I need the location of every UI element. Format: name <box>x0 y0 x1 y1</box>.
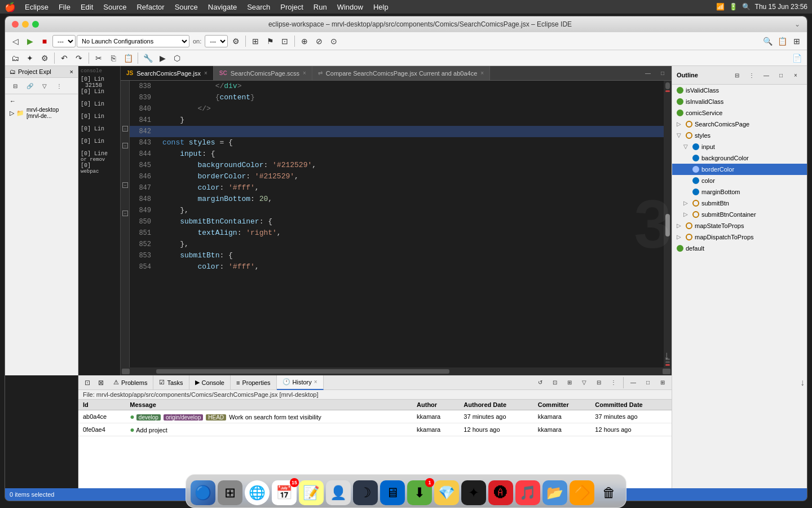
history-columns-btn[interactable]: ⊟ <box>592 376 606 389</box>
settings-button[interactable]: ⚙ <box>229 34 242 48</box>
fold-marker-1[interactable]: − <box>122 126 128 132</box>
scrollbar-right[interactable] <box>663 369 670 374</box>
outline-minimize-btn[interactable]: — <box>760 68 773 82</box>
back-button[interactable]: ◁ <box>8 34 22 48</box>
outline-item-comicService[interactable]: comicService <box>672 107 807 119</box>
wifi-icon[interactable]: 📶 <box>716 3 725 11</box>
outline-item-isInvalidClass[interactable]: isInvalidClass <box>672 96 807 107</box>
project-explorer-btn[interactable]: 🗂 <box>8 51 22 65</box>
outline-item-submitBtn[interactable]: ▷ submitBtn <box>672 198 807 209</box>
dock-uTorrent[interactable]: ⬇ 1 <box>407 480 432 505</box>
expand-input[interactable]: ▽ <box>683 143 690 150</box>
open-perspective-button[interactable]: 📋 <box>775 34 789 48</box>
search-global-button[interactable]: 🔍 <box>761 34 774 48</box>
paste-btn[interactable]: 📋 <box>121 51 135 65</box>
refactor-menu[interactable]: Refactor <box>132 0 169 14</box>
source-menu-1[interactable]: Source <box>99 0 131 14</box>
stop-button[interactable]: ■ <box>38 34 51 48</box>
close-project-explorer[interactable]: × <box>70 68 73 75</box>
history-row-1[interactable]: ab0a4ce ● develop origin/develop HEAD Wo… <box>78 410 672 423</box>
outline-item-input[interactable]: ▽ input <box>672 141 807 152</box>
build-btn[interactable]: 🔧 <box>141 51 155 65</box>
close-tab-jsx[interactable]: × <box>204 70 208 76</box>
project-explorer-tab[interactable]: 🗂 Project Expl × <box>5 66 78 78</box>
history-filter-btn[interactable]: ▽ <box>577 376 591 389</box>
expand-styles[interactable]: ▽ <box>677 132 683 139</box>
toolbar-btn-4[interactable]: ⊡ <box>278 34 292 48</box>
editor-tab-scss[interactable]: SC SearchComicsPage.scss × <box>214 66 312 80</box>
outline-item-styles[interactable]: ▽ styles <box>672 130 807 141</box>
dock-contacts[interactable]: 👤 <box>326 480 351 505</box>
dock-calendar[interactable]: 📅 15 <box>272 480 297 505</box>
run-config-dropdown[interactable]: --- <box>52 35 76 47</box>
target-config-dropdown[interactable]: --- <box>205 35 228 47</box>
undo-btn[interactable]: ↶ <box>58 51 71 65</box>
dock-notes[interactable]: 📝 <box>299 480 324 505</box>
code-editor[interactable]: − − − − 838 </div> <box>121 81 672 367</box>
cut-btn[interactable]: ✂ <box>92 51 105 65</box>
toolbar-btn-3[interactable]: ⚑ <box>263 34 277 48</box>
expand-SearchComicsPage[interactable]: ▷ <box>677 121 683 128</box>
outline-item-submitBtnContainer[interactable]: ▷ submitBtnContainer <box>672 209 807 220</box>
close-outline-btn[interactable]: × <box>789 68 802 82</box>
history-row-2[interactable]: 0fe0ae4 ● Add project kkamara 12 hours a… <box>78 423 672 436</box>
properties-tab[interactable]: ≡ Properties <box>231 375 277 390</box>
filter-btn[interactable]: ▽ <box>38 79 51 93</box>
dock-trash[interactable]: 🗑 <box>597 480 621 505</box>
toolbar2-btn-3[interactable]: ⚙ <box>38 51 51 65</box>
outline-item-marginBottom[interactable]: marginBottom <box>672 186 807 198</box>
outline-maximize-btn[interactable]: □ <box>774 68 788 82</box>
maximize-editor-btn[interactable]: □ <box>656 67 669 80</box>
copy-btn[interactable]: ⎘ <box>107 51 120 65</box>
eclipse-menu[interactable]: Eclipse <box>20 0 53 14</box>
navigate-menu[interactable]: Navigate <box>204 0 241 14</box>
project-menu[interactable]: Project <box>276 0 307 14</box>
toolbar-btn-5[interactable]: ⊕ <box>298 34 311 48</box>
source-menu-2[interactable]: Source <box>170 0 202 14</box>
close-tab-compare[interactable]: × <box>480 70 484 76</box>
close-tab-scss[interactable]: × <box>303 70 306 76</box>
editor-tab-compare[interactable]: ⇄ Compare SearchComicsPage.jsx Current a… <box>312 66 490 80</box>
maximize-view-button[interactable]: ⊞ <box>790 34 804 48</box>
outline-item-backgroundColor[interactable]: backgroundColor <box>672 152 807 164</box>
expand-submitBtnContainer[interactable]: ▷ <box>683 211 690 218</box>
bottom-toolbar-btn-2[interactable]: ⊠ <box>94 376 108 389</box>
code-lines-container[interactable]: 838 </div> 839 {content} 840 </> <box>130 81 664 367</box>
history-checkout-btn[interactable]: ⊞ <box>563 376 576 389</box>
history-more-btn[interactable]: ⋮ <box>607 376 620 389</box>
outline-item-mapDispatchToProps[interactable]: ▷ mapDispatchToProps <box>672 231 807 243</box>
tasks-tab[interactable]: ☑ Tasks <box>153 375 189 390</box>
run-menu[interactable]: Run <box>309 0 332 14</box>
vertical-scrollbar[interactable] <box>664 81 672 367</box>
scroll-to-bottom-btn[interactable]: ↓ <box>800 378 805 388</box>
bottom-maximize-btn[interactable]: □ <box>641 376 655 389</box>
dock-sketch[interactable]: 💎 <box>434 480 459 505</box>
outline-item-default[interactable]: default <box>672 243 807 254</box>
toolbar-btn-7[interactable]: ⊙ <box>327 34 341 48</box>
scrollbar-thumb[interactable] <box>665 214 670 237</box>
dock-figma[interactable]: ✦ <box>461 480 486 505</box>
window-menu[interactable]: Window <box>333 0 368 14</box>
file-menu[interactable]: File <box>54 0 75 14</box>
edit-menu[interactable]: Edit <box>76 0 98 14</box>
outline-settings-btn[interactable]: ⋮ <box>745 68 758 82</box>
expand-mapDispatchToProps[interactable]: ▷ <box>677 234 683 240</box>
outline-item-borderColor[interactable]: borderColor <box>672 164 807 175</box>
help-menu[interactable]: Help <box>369 0 393 14</box>
toolbar-btn-6[interactable]: ⊘ <box>312 34 326 48</box>
sidebar-project-item[interactable]: ▷ 📁 mrvl-desktop [mrvl-de... <box>5 106 78 120</box>
history-compare-btn[interactable]: ⊡ <box>548 376 562 389</box>
console-tab[interactable]: ▶ Console <box>189 375 231 390</box>
dock-adobecc[interactable]: 🅐 <box>488 480 513 505</box>
history-tab[interactable]: 🕐 History × <box>277 375 324 390</box>
perspectives-button[interactable]: ⊞ <box>249 34 262 48</box>
outline-item-isValidClass[interactable]: isValidClass <box>672 85 807 96</box>
minimize-button[interactable] <box>22 21 29 28</box>
battery-icon[interactable]: 🔋 <box>729 3 738 11</box>
dock-files[interactable]: 📂 <box>542 480 567 505</box>
scrollbar-left[interactable] <box>122 369 130 374</box>
dock-teamviewer[interactable]: 🖥 <box>380 480 405 505</box>
link-editor-btn[interactable]: 🔗 <box>23 79 37 93</box>
close-history-tab[interactable]: × <box>314 379 317 385</box>
dock-eclipse[interactable]: ☽ <box>353 480 378 505</box>
